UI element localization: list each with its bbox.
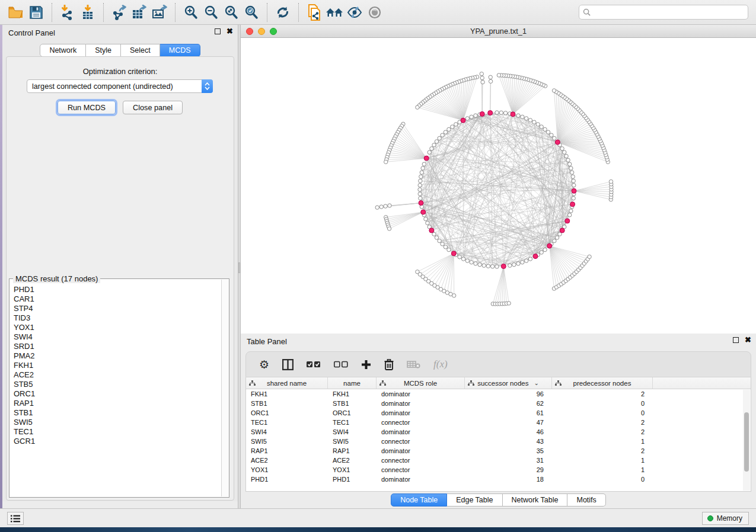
save-session-icon[interactable] xyxy=(26,3,46,22)
mcds-result-item[interactable]: STB5 xyxy=(14,380,221,389)
memory-button[interactable]: Memory xyxy=(702,512,749,525)
table-row[interactable]: ACE2ACE2connector311 xyxy=(246,456,751,465)
table-cell: dominator xyxy=(377,408,465,418)
sort-chevron-icon[interactable]: ⌄ xyxy=(534,380,538,386)
network-window: YPA_prune.txt_1 xyxy=(241,25,756,334)
clone-network-icon[interactable] xyxy=(304,3,324,22)
search-input[interactable] xyxy=(594,8,744,17)
refresh-layout-icon[interactable] xyxy=(273,3,293,22)
mcds-result-item[interactable]: SRD1 xyxy=(14,342,221,351)
network-window-titlebar[interactable]: YPA_prune.txt_1 xyxy=(241,25,756,38)
mcds-result-item[interactable]: ORC1 xyxy=(14,389,221,399)
tab-mcds[interactable]: MCDS xyxy=(160,44,200,57)
table-cell: TEC1 xyxy=(328,418,377,427)
mcds-result-item[interactable]: GCR1 xyxy=(14,437,221,446)
export-image-icon[interactable] xyxy=(149,3,170,22)
tab-network-table[interactable]: Network Table xyxy=(503,493,568,507)
table-cell: dominator xyxy=(377,475,465,484)
hide-graphics-details-icon[interactable] xyxy=(344,3,365,22)
table-cell: 62 xyxy=(465,399,552,408)
mcds-result-item[interactable]: RAP1 xyxy=(14,399,221,408)
table-cell-filler xyxy=(653,389,751,399)
minimize-window-icon[interactable] xyxy=(258,28,265,35)
network-view-canvas[interactable] xyxy=(241,38,756,334)
table-cell: 0 xyxy=(552,408,653,418)
table-row[interactable]: TEC1TEC1connector472 xyxy=(246,418,751,427)
table-cell: STB1 xyxy=(246,399,328,408)
mcds-result-item[interactable]: FKH1 xyxy=(14,361,221,370)
node-table: shared name name MCDS role successor nod… xyxy=(245,377,751,492)
mcds-result-item[interactable]: TEC1 xyxy=(14,427,221,437)
toggle-panel-layout-icon[interactable] xyxy=(282,359,294,370)
table-row[interactable]: SWI5SWI5connector431 xyxy=(246,437,751,446)
column-header-mcds-role[interactable]: MCDS role xyxy=(377,377,465,389)
mcds-result-item[interactable]: STP4 xyxy=(14,304,221,313)
network-home-icon[interactable] xyxy=(324,3,344,22)
optimization-criterion-select[interactable]: largest connected component (undirected) xyxy=(27,79,213,93)
mcds-result-item[interactable]: PHD1 xyxy=(14,285,221,294)
table-row[interactable]: YOX1YOX1connector291 xyxy=(246,465,751,475)
import-table-icon[interactable] xyxy=(78,3,98,22)
mcds-result-item[interactable]: TID3 xyxy=(14,313,221,323)
tab-motifs[interactable]: Motifs xyxy=(567,493,605,507)
close-panel-icon[interactable]: ✖ xyxy=(227,28,233,34)
mcds-result-item[interactable]: SWI5 xyxy=(14,418,221,427)
table-cell: dominator xyxy=(377,389,465,399)
network-graph[interactable] xyxy=(241,38,756,334)
mcds-result-item[interactable]: PMA2 xyxy=(14,351,221,361)
table-panel-title: Table Panel xyxy=(247,337,287,346)
table-row[interactable]: STB1STB1dominator620 xyxy=(246,399,751,408)
mcds-list-scrollbar[interactable] xyxy=(221,280,229,496)
column-header-successor-nodes[interactable]: successor nodes ⌄ xyxy=(465,377,552,389)
mcds-result-item[interactable]: CAR1 xyxy=(14,294,221,304)
scrollbar-thumb[interactable] xyxy=(744,412,749,472)
column-header-predecessor-nodes[interactable]: predecessor nodes xyxy=(552,377,653,389)
table-settings-gear-icon[interactable]: ⚙ xyxy=(259,359,269,370)
mcds-result-item[interactable]: ACE2 xyxy=(14,370,221,380)
tab-style[interactable]: Style xyxy=(86,44,121,57)
close-panel-button[interactable]: Close panel xyxy=(123,101,183,114)
mcds-result-item[interactable]: YOX1 xyxy=(14,323,221,332)
tab-edge-table[interactable]: Edge Table xyxy=(447,493,502,507)
close-table-panel-icon[interactable]: ✖ xyxy=(745,337,751,343)
open-file-icon[interactable] xyxy=(6,3,26,22)
select-all-columns-icon[interactable] xyxy=(307,361,321,368)
zoom-selected-icon[interactable] xyxy=(241,3,261,22)
float-panel-icon[interactable] xyxy=(215,28,221,34)
mcds-result-item[interactable]: STB1 xyxy=(14,408,221,418)
column-header-name[interactable]: name xyxy=(328,377,377,389)
tab-network[interactable]: Network xyxy=(40,44,86,57)
splitter-grip[interactable] xyxy=(238,262,240,273)
criterion-selected-value: largest connected component (undirected) xyxy=(27,82,202,91)
close-window-icon[interactable] xyxy=(246,28,253,35)
zoom-in-icon[interactable] xyxy=(181,3,201,22)
delete-column-icon[interactable] xyxy=(384,359,394,370)
export-network-icon[interactable] xyxy=(109,3,129,22)
table-cell: TEC1 xyxy=(246,418,328,427)
tab-select[interactable]: Select xyxy=(121,44,160,57)
memory-label: Memory xyxy=(717,514,742,523)
zoom-out-icon[interactable] xyxy=(201,3,221,22)
maximize-window-icon[interactable] xyxy=(270,28,277,35)
show-graphics-preview-icon[interactable] xyxy=(365,3,385,22)
float-table-panel-icon[interactable] xyxy=(733,337,739,343)
import-network-icon[interactable] xyxy=(58,3,78,22)
run-mcds-button[interactable]: Run MCDS xyxy=(58,101,116,114)
table-row[interactable]: PHD1PHD1dominator180 xyxy=(246,475,751,484)
task-history-button[interactable] xyxy=(7,512,24,525)
create-column-icon[interactable] xyxy=(361,360,371,370)
table-row[interactable]: ORC1ORC1dominator610 xyxy=(246,408,751,418)
tab-node-table[interactable]: Node Table xyxy=(391,493,447,507)
table-row[interactable]: FKH1FKH1dominator962 xyxy=(246,389,751,399)
column-header-shared-name[interactable]: shared name xyxy=(246,377,328,389)
export-table-icon[interactable] xyxy=(129,3,149,22)
status-bar: Memory xyxy=(0,508,756,527)
deselect-all-columns-icon[interactable] xyxy=(334,361,348,368)
mcds-result-list[interactable]: PHD1CAR1STP4TID3YOX1SWI4SRD1PMA2FKH1ACE2… xyxy=(9,284,221,496)
table-row[interactable]: SWI4SWI4dominator462 xyxy=(246,427,751,437)
zoom-fit-icon[interactable] xyxy=(221,3,241,22)
search-box[interactable] xyxy=(579,5,748,20)
table-row[interactable]: RAP1RAP1dominator352 xyxy=(246,446,751,456)
mcds-result-item[interactable]: SWI4 xyxy=(14,332,221,342)
table-scrollbar[interactable] xyxy=(743,390,750,491)
